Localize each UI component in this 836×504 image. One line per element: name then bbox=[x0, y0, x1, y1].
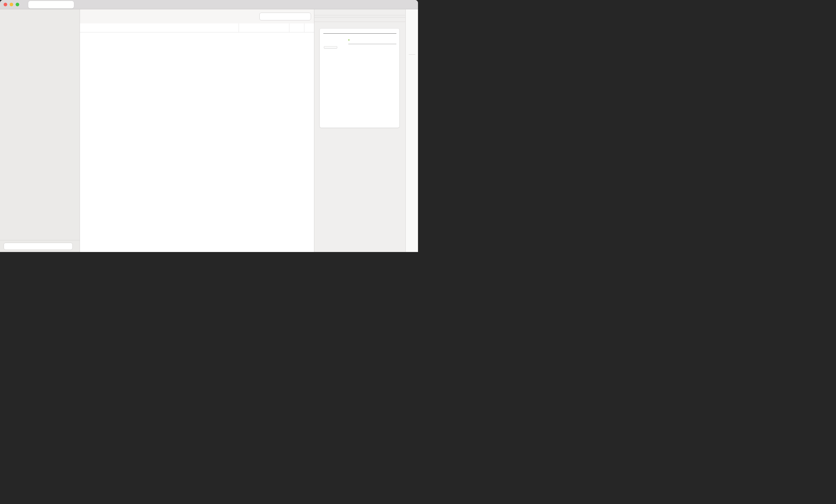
items-pane bbox=[80, 9, 314, 252]
column-header-title[interactable] bbox=[80, 23, 239, 32]
divider bbox=[409, 54, 415, 55]
pdf-left-column bbox=[323, 37, 346, 51]
minimize-window-button[interactable] bbox=[10, 3, 13, 6]
collections-sidebar bbox=[0, 9, 80, 252]
check-updates-badge bbox=[324, 46, 337, 49]
filter-tags-input[interactable] bbox=[4, 243, 73, 250]
tab-bar bbox=[0, 0, 418, 9]
zotero-window bbox=[0, 0, 418, 252]
tag-selector bbox=[0, 21, 80, 240]
item-title bbox=[314, 9, 405, 15]
zoom-window-button[interactable] bbox=[16, 3, 19, 6]
orcid-icon bbox=[348, 39, 349, 41]
abstract-section[interactable] bbox=[314, 17, 405, 22]
item-details-pane bbox=[314, 9, 405, 252]
close-window-button[interactable] bbox=[4, 3, 7, 6]
column-header-creator[interactable] bbox=[239, 23, 289, 32]
search-box[interactable] bbox=[259, 13, 311, 20]
item-pane-sidenav bbox=[405, 9, 418, 252]
items-toolbar bbox=[80, 9, 314, 23]
list-header bbox=[80, 23, 314, 33]
item-list bbox=[80, 33, 314, 252]
pdf-authors bbox=[348, 39, 396, 41]
pdf-right-column bbox=[348, 37, 396, 51]
pdf-preview[interactable] bbox=[320, 28, 399, 128]
tab-my-library[interactable] bbox=[28, 1, 74, 8]
main-area bbox=[0, 9, 418, 252]
divider bbox=[348, 44, 396, 44]
column-header-year[interactable] bbox=[289, 23, 304, 32]
tag-filter-bar bbox=[0, 240, 80, 252]
search-input[interactable] bbox=[264, 14, 308, 19]
sidebar-header bbox=[0, 9, 80, 21]
divider bbox=[323, 33, 396, 34]
column-header-attachment[interactable] bbox=[304, 23, 314, 32]
window-controls[interactable] bbox=[0, 3, 22, 6]
attachments-section-header[interactable] bbox=[314, 22, 405, 27]
